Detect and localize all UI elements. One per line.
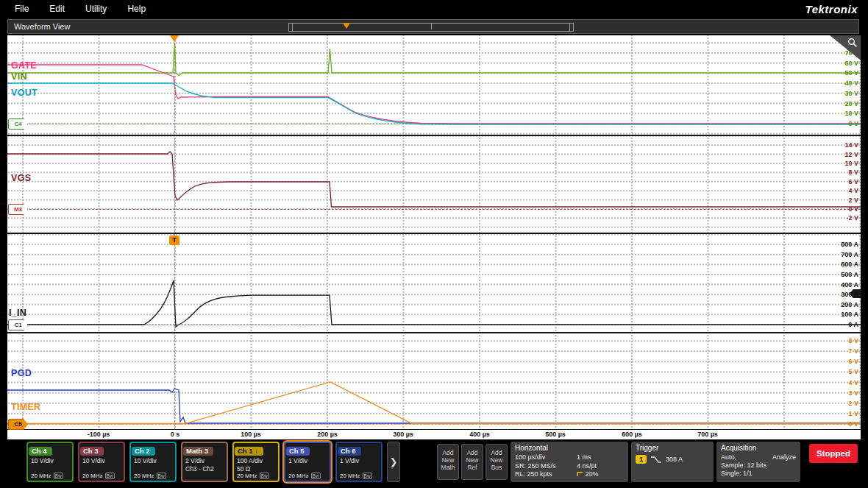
- horizontal-sample-rate: SR: 250 MS/s: [515, 462, 577, 470]
- bw-limit-icon: Bw: [54, 473, 63, 479]
- trigger-top-marker[interactable]: [170, 35, 179, 42]
- channel-scale: 100 A/div: [237, 457, 278, 464]
- bandwidth-value: 20 MHz: [134, 473, 154, 479]
- channel-badge-ch6[interactable]: Ch 6 1 V/div 20 MHzBw: [335, 442, 383, 482]
- x-axis-label: 300 µs: [393, 431, 413, 438]
- bw-limit-icon: Bw: [105, 473, 115, 479]
- y-axis-label: 14 V: [844, 141, 858, 149]
- channel-name: Ch 6: [338, 447, 361, 456]
- pgd-label: PGD: [11, 368, 32, 378]
- y-axis-label: 500 A: [841, 271, 858, 278]
- menu-help[interactable]: Help: [127, 4, 146, 14]
- acquisition-single: Single: 1/1: [721, 470, 796, 478]
- bandwidth-value: 20 MHz: [31, 473, 51, 479]
- y-axis-label: 2 V: [848, 400, 858, 407]
- vin-label: VIN: [11, 71, 27, 82]
- acquisition-sample: Sample: 12 bits: [721, 462, 796, 470]
- math-badge-math3[interactable]: Math 3 2 V/div Ch3 - Ch2: [181, 442, 228, 482]
- channel-badge-ch3[interactable]: Ch 3 10 V/div 20 MHzBw: [78, 442, 125, 482]
- run-stop-status-button[interactable]: Stopped: [809, 444, 858, 463]
- trigger-flag[interactable]: T: [169, 236, 179, 245]
- channel-scale: 1 V/div: [288, 457, 330, 464]
- waveform-overview-bar[interactable]: [290, 23, 572, 32]
- waveform-display[interactable]: T GATE VIN VOUT VGS I_IN PGD TIMER C4 M3…: [7, 35, 861, 439]
- acquisition-title: Acquisition: [721, 444, 796, 452]
- y-axis-label: 2 V: [848, 197, 858, 204]
- horizontal-position: 20%: [586, 470, 599, 478]
- menu-file[interactable]: File: [15, 4, 29, 14]
- overview-trigger-marker[interactable]: [343, 23, 350, 29]
- horizontal-panel[interactable]: Horizontal 100 µs/div 1 ms SR: 250 MS/s …: [511, 442, 628, 482]
- overview-right-handle[interactable]: [569, 23, 574, 32]
- pgd-trace[interactable]: [7, 389, 861, 423]
- y-axis-label: 50 V: [844, 69, 858, 77]
- vgs-trace[interactable]: [7, 152, 861, 207]
- overview-left-handle[interactable]: [288, 23, 293, 32]
- menu-utility[interactable]: Utility: [85, 4, 107, 14]
- y-axis-label: 0 A: [848, 321, 858, 328]
- add-new-math-button[interactable]: Add New Math: [437, 444, 459, 480]
- channel-badge-ch5-selected[interactable]: Ch 5 1 V/div 20 MHzBw: [284, 442, 331, 482]
- plot-separator: [7, 332, 861, 333]
- chevron-right-icon: ❯: [390, 456, 398, 467]
- y-axis-label: 40 V: [844, 79, 858, 87]
- bandwidth-value: 20 MHz: [237, 473, 257, 479]
- channel-name: Math 3: [183, 447, 213, 456]
- channel-badge-ch4[interactable]: Ch 4 10 V/div 20 MHzBw: [26, 442, 74, 482]
- x-axis-label: 200 µs: [317, 431, 338, 438]
- add-new-ref-button[interactable]: Add New Ref: [461, 444, 483, 480]
- vin-trace[interactable]: [7, 43, 861, 76]
- y-axis-label: 60 V: [844, 60, 858, 67]
- bw-limit-icon: Bw: [311, 473, 321, 479]
- y-axis-label: 0 V: [848, 120, 858, 127]
- badge-scroll-right-button[interactable]: ❯: [387, 442, 400, 482]
- x-axis-label: 100 µs: [241, 431, 261, 438]
- vout-trace[interactable]: [7, 83, 861, 124]
- plot-separator: [7, 233, 861, 234]
- y-axis-label: -2 V: [846, 214, 858, 222]
- y-axis-label: 6 V: [848, 178, 858, 185]
- trigger-title: Trigger: [636, 444, 709, 452]
- add-new-bus-button[interactable]: Add New Bus: [485, 444, 508, 480]
- timer-label: TIMER: [11, 402, 40, 412]
- trigger-level: 308 A: [666, 456, 683, 463]
- timer-trace[interactable]: [7, 382, 861, 424]
- menu-edit[interactable]: Edit: [49, 4, 65, 14]
- channel-name: Ch 4: [29, 447, 52, 456]
- bandwidth-value: 20 MHz: [288, 473, 309, 479]
- y-axis-label: 800 A: [841, 241, 858, 248]
- x-axis-label: 600 µs: [622, 431, 642, 438]
- acquisition-mode: Auto,: [721, 453, 736, 462]
- y-axis-label: 10 V: [844, 110, 858, 117]
- channel-name: Ch 5: [286, 447, 310, 456]
- vout-label: VOUT: [11, 88, 38, 98]
- y-axis-label: 600 A: [841, 261, 858, 268]
- x-axis: -100 µs 0 s 100 µs 200 µs 300 µs 400 µs …: [7, 430, 861, 439]
- channel-badge-ch2[interactable]: Ch 2 10 V/div 20 MHzBw: [129, 442, 177, 482]
- x-axis-label: 400 µs: [469, 431, 490, 438]
- trigger-panel[interactable]: Trigger 1 308 A: [631, 442, 714, 482]
- view-tab-bar: Waveform View: [7, 19, 859, 34]
- horizontal-window: 1 ms: [577, 453, 624, 461]
- channel-badge-ch1[interactable]: Ch 1 ↓ 100 A/div 50 Ω 20 MHzBw: [232, 442, 280, 482]
- bw-limit-icon: Bw: [157, 473, 166, 479]
- acquisition-panel[interactable]: Acquisition Auto, Analyze Sample: 12 bit…: [716, 442, 800, 482]
- x-axis-label: -100 µs: [88, 431, 110, 438]
- y-axis-label: 7 V: [848, 347, 858, 355]
- y-axis-label: 5 V: [848, 368, 858, 375]
- y-axis-label: 400 A: [841, 281, 858, 289]
- acquisition-analyze: Analyze: [772, 453, 796, 462]
- y-axis-label: 8 V: [848, 337, 858, 344]
- y-axis-label: 0 V: [848, 205, 858, 213]
- y-axis-label: 20 V: [844, 100, 858, 107]
- gate-label: GATE: [11, 60, 37, 71]
- gate-trace[interactable]: [7, 65, 861, 124]
- y-axis-label: 0 V: [848, 420, 858, 428]
- channel-scale: 10 V/div: [31, 457, 72, 464]
- horizontal-title: Horizontal: [515, 444, 624, 452]
- trigger-slope-icon: [650, 456, 662, 464]
- view-title: Waveform View: [14, 22, 70, 31]
- iin-trace[interactable]: [7, 280, 861, 327]
- y-axis-label: 30 V: [844, 90, 858, 97]
- channel-scale: 10 V/div: [134, 457, 175, 464]
